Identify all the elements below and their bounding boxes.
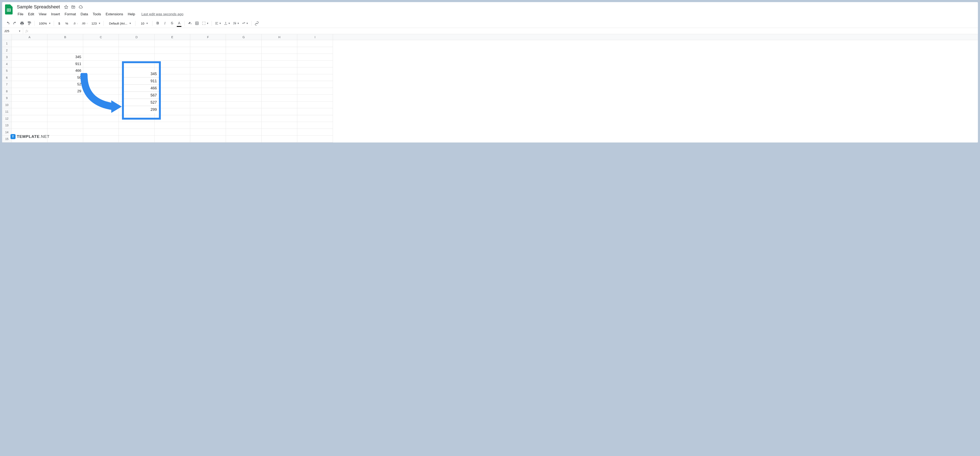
cell-F14[interactable] (190, 129, 226, 136)
cell-B4[interactable]: 911 (48, 60, 83, 68)
cell-G8[interactable] (226, 88, 262, 95)
cell-D9[interactable] (119, 95, 154, 102)
cell-A5[interactable] (12, 67, 48, 74)
document-title[interactable]: Sample Spreadsheet (16, 4, 61, 10)
cell-D1[interactable] (119, 40, 154, 47)
paint-format-button[interactable] (26, 20, 32, 27)
bold-button[interactable]: B (154, 20, 161, 27)
col-header-I[interactable]: I (297, 34, 333, 40)
cell-H7[interactable] (262, 81, 297, 88)
cell-F8[interactable] (190, 88, 226, 95)
menu-data[interactable]: Data (78, 11, 90, 17)
cell-G6[interactable] (226, 74, 262, 81)
cell-I13[interactable] (297, 122, 333, 129)
cell-C12[interactable] (83, 115, 119, 122)
col-header-A[interactable]: A (12, 34, 48, 40)
cell-F5[interactable] (190, 67, 226, 74)
menu-file[interactable]: File (16, 11, 25, 17)
cell-H1[interactable] (262, 40, 297, 47)
cell-C6[interactable] (83, 74, 119, 81)
cell-G4[interactable] (226, 60, 262, 68)
cell-H10[interactable] (262, 102, 297, 108)
cell-H15[interactable] (262, 135, 297, 143)
row-header-7[interactable]: 7 (2, 81, 12, 88)
cell-B8[interactable]: 29 (48, 88, 83, 95)
cloud-status-icon[interactable] (78, 5, 83, 9)
cell-I7[interactable] (297, 81, 333, 88)
cell-D4[interactable] (119, 60, 154, 68)
cell-I9[interactable] (297, 95, 333, 102)
cell-F15[interactable] (190, 135, 226, 143)
cell-E1[interactable] (154, 40, 190, 47)
select-all-corner[interactable] (2, 34, 12, 40)
col-header-F[interactable]: F (190, 34, 226, 40)
cell-G14[interactable] (226, 129, 262, 136)
cell-A7[interactable] (12, 81, 48, 88)
cell-B3[interactable]: 345 (48, 54, 83, 60)
row-header-3[interactable]: 3 (2, 54, 12, 60)
cell-F7[interactable] (190, 81, 226, 88)
currency-button[interactable]: $ (56, 20, 62, 27)
cell-I5[interactable] (297, 67, 333, 74)
decrease-decimal-button[interactable]: .0↓ (71, 20, 79, 27)
cell-I2[interactable] (297, 47, 333, 54)
row-header-6[interactable]: 6 (2, 74, 12, 81)
increase-decimal-button[interactable]: .00↑ (80, 20, 88, 27)
cell-E4[interactable] (154, 60, 190, 68)
cell-F12[interactable] (190, 115, 226, 122)
cell-E13[interactable] (154, 122, 190, 129)
cell-I12[interactable] (297, 115, 333, 122)
col-header-H[interactable]: H (262, 34, 297, 40)
cell-H6[interactable] (262, 74, 297, 81)
menu-format[interactable]: Format (62, 11, 78, 17)
cell-I15[interactable] (297, 135, 333, 143)
cell-B7[interactable]: 52 (48, 81, 83, 88)
cell-B6[interactable]: 56 (48, 74, 83, 81)
cell-G12[interactable] (226, 115, 262, 122)
cell-E6[interactable] (154, 74, 190, 81)
cell-B13[interactable] (48, 122, 83, 129)
cell-D3[interactable] (119, 54, 154, 60)
cell-A10[interactable] (12, 102, 48, 108)
cell-C9[interactable] (83, 95, 119, 102)
col-header-G[interactable]: G (226, 34, 262, 40)
cell-H9[interactable] (262, 95, 297, 102)
cell-I4[interactable] (297, 60, 333, 68)
cell-I14[interactable] (297, 129, 333, 136)
cell-G15[interactable] (226, 135, 262, 143)
cell-A3[interactable] (12, 54, 48, 60)
star-icon[interactable] (64, 5, 68, 9)
cell-A2[interactable] (12, 47, 48, 54)
cell-B10[interactable] (48, 102, 83, 108)
cell-B11[interactable] (48, 108, 83, 115)
cell-E15[interactable] (154, 135, 190, 143)
cell-H5[interactable] (262, 67, 297, 74)
sheets-logo-icon[interactable] (5, 4, 13, 15)
cell-A8[interactable] (12, 88, 48, 95)
insert-link-button[interactable] (254, 20, 260, 27)
col-header-D[interactable]: D (119, 34, 154, 40)
cell-F6[interactable] (190, 74, 226, 81)
cell-E10[interactable] (154, 102, 190, 108)
cell-B5[interactable]: 466 (48, 67, 83, 74)
strikethrough-button[interactable]: S (169, 20, 175, 27)
cell-I11[interactable] (297, 108, 333, 115)
text-wrap-dropdown[interactable]: ▼ (232, 20, 240, 27)
cell-H11[interactable] (262, 108, 297, 115)
vertical-align-dropdown[interactable]: ▼ (223, 20, 231, 27)
cell-C7[interactable] (83, 81, 119, 88)
menu-view[interactable]: View (37, 11, 49, 17)
cell-F10[interactable] (190, 102, 226, 108)
print-button[interactable] (19, 20, 25, 27)
formula-input[interactable] (31, 28, 978, 34)
cell-G11[interactable] (226, 108, 262, 115)
col-header-C[interactable]: C (83, 34, 119, 40)
cell-D11[interactable] (119, 108, 154, 115)
cell-C14[interactable] (83, 129, 119, 136)
cell-D10[interactable] (119, 102, 154, 108)
fontsize-dropdown[interactable]: 10▼ (137, 20, 150, 27)
cell-G2[interactable] (226, 47, 262, 54)
cell-D14[interactable] (119, 129, 154, 136)
cell-B9[interactable] (48, 95, 83, 102)
cell-G3[interactable] (226, 54, 262, 60)
